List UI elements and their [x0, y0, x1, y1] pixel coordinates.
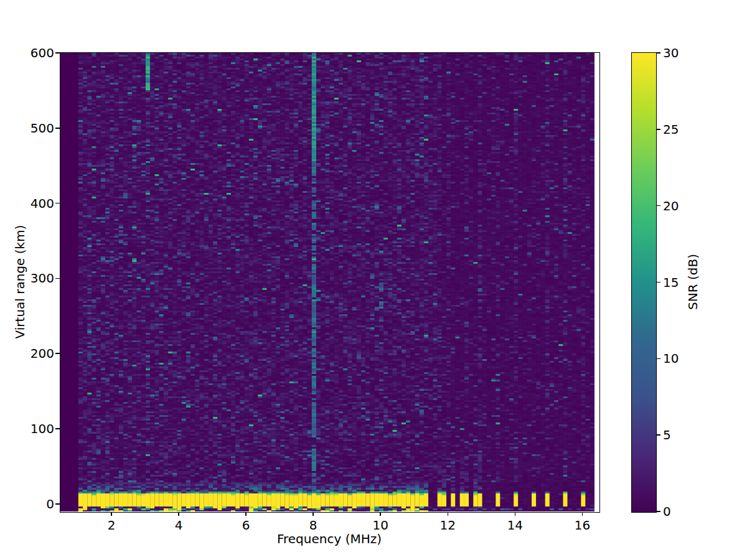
x-tick-label: 14	[497, 518, 532, 533]
x-tick-label: 10	[363, 518, 398, 533]
colorbar-tick-mark	[657, 205, 660, 207]
plot-frame	[60, 52, 600, 513]
colorbar-tick-mark	[657, 129, 660, 130]
x-tick-mark	[245, 512, 247, 516]
y-tick-label: 200	[23, 346, 54, 361]
colorbar-tick-label: 15	[663, 275, 694, 290]
ionogram-heatmap	[60, 53, 599, 511]
y-tick-mark	[55, 203, 60, 204]
colorbar-tick-label: 10	[663, 351, 694, 366]
ionogram-figure: IRF Uppsala SDR Ionosonde UP158 2026-03-…	[0, 0, 747, 560]
y-tick-label: 600	[23, 45, 54, 60]
y-tick-label: 400	[23, 196, 54, 211]
y-tick-mark	[55, 428, 60, 429]
y-tick-label: 100	[23, 421, 54, 436]
colorbar-tick-label: 20	[663, 198, 694, 213]
y-tick-mark	[55, 278, 60, 279]
x-tick-label: 12	[430, 518, 465, 533]
x-tick-label: 2	[94, 518, 129, 533]
x-tick-label: 8	[296, 518, 331, 533]
x-tick-mark	[582, 512, 583, 516]
x-tick-mark	[448, 512, 449, 516]
y-tick-label: 0	[23, 497, 54, 511]
x-tick-mark	[515, 512, 516, 516]
y-tick-mark	[55, 353, 60, 354]
colorbar-tick-mark	[657, 52, 660, 54]
y-tick-label: 500	[23, 121, 54, 136]
colorbar	[631, 52, 657, 513]
x-axis-label: Frequency (MHz)	[236, 531, 423, 546]
colorbar-tick-mark	[657, 358, 660, 360]
x-tick-label: 16	[565, 518, 599, 533]
x-tick-mark	[178, 512, 179, 516]
colorbar-gradient	[632, 53, 656, 512]
y-tick-mark	[55, 52, 60, 54]
colorbar-tick-label: 25	[663, 122, 694, 137]
y-tick-mark	[55, 128, 60, 129]
colorbar-tick-mark	[657, 511, 660, 512]
colorbar-tick-mark	[657, 282, 660, 283]
x-tick-label: 4	[161, 518, 196, 533]
x-tick-mark	[312, 512, 314, 516]
x-tick-mark	[380, 512, 381, 516]
x-tick-mark	[111, 512, 112, 516]
y-tick-label: 300	[23, 271, 54, 286]
x-tick-label: 6	[228, 518, 263, 533]
colorbar-tick-label: 5	[663, 427, 694, 442]
y-tick-mark	[55, 503, 60, 505]
colorbar-tick-mark	[657, 434, 660, 436]
colorbar-tick-label: 30	[663, 45, 694, 60]
colorbar-tick-label: 0	[663, 504, 694, 519]
